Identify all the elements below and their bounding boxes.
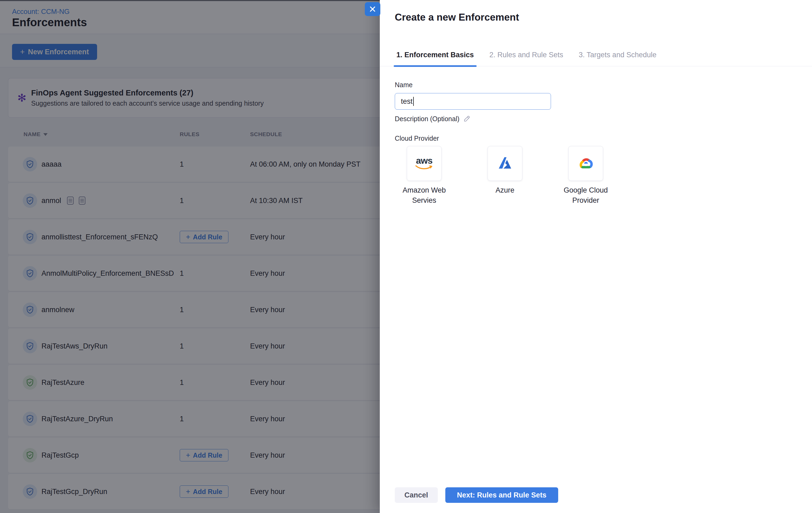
- provider-card: aws: [407, 146, 441, 181]
- edit-description-button[interactable]: [463, 115, 471, 123]
- google-cloud-logo-icon: [577, 166, 594, 171]
- provider-card: [488, 146, 522, 181]
- provider-label: Amazon Web Servies: [395, 185, 454, 206]
- wizard-tab[interactable]: 2. Rules and Rule Sets: [488, 49, 565, 66]
- azure-logo-icon: [497, 166, 513, 171]
- provider-option-gcp[interactable]: Google Cloud Provider: [556, 146, 615, 206]
- pencil-icon: [463, 115, 471, 123]
- create-enforcement-drawer: Create a new Enforcement 1. Enforcement …: [380, 0, 812, 513]
- close-button[interactable]: [365, 2, 380, 16]
- aws-logo-icon: aws: [415, 156, 434, 171]
- text-caret: [413, 97, 414, 106]
- close-icon: [369, 6, 376, 12]
- wizard-tab[interactable]: 1. Enforcement Basics: [395, 49, 475, 66]
- provider-option-aws[interactable]: aws Amazon Web Servies: [395, 146, 454, 206]
- description-label: Description (Optional): [395, 115, 471, 123]
- cancel-button[interactable]: Cancel: [395, 487, 438, 503]
- cloud-provider-label: Cloud Provider: [395, 135, 439, 142]
- provider-option-azure[interactable]: Azure: [475, 146, 534, 206]
- wizard-tabs: 1. Enforcement Basics2. Rules and Rule S…: [380, 49, 812, 66]
- name-label: Name: [395, 81, 413, 89]
- drawer-title: Create a new Enforcement: [395, 12, 519, 23]
- provider-label: Google Cloud Provider: [556, 185, 615, 206]
- wizard-tab[interactable]: 3. Targets and Schedule: [577, 49, 658, 66]
- name-input-value: test: [401, 97, 413, 106]
- provider-label: Azure: [496, 185, 515, 195]
- provider-card: [568, 146, 603, 181]
- name-input[interactable]: test: [395, 93, 551, 110]
- next-button[interactable]: Next: Rules and Rule Sets: [445, 487, 558, 503]
- drawer-footer: Cancel Next: Rules and Rule Sets: [395, 487, 558, 503]
- cloud-provider-options: aws Amazon Web Servies Azure: [395, 146, 615, 206]
